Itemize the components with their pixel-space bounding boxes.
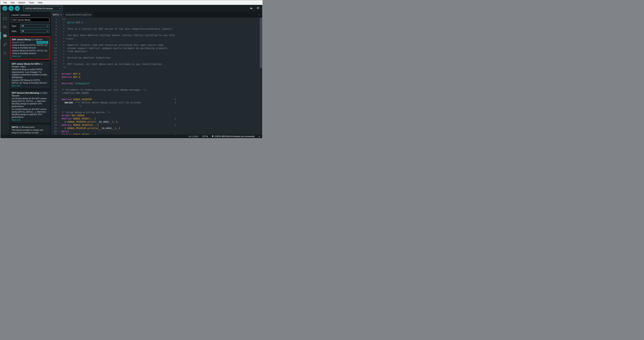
more-info-link[interactable]: More info <box>12 84 48 87</box>
library-description: This library provides a simple and easy-… <box>12 129 48 135</box>
boards-icon <box>3 25 7 29</box>
code-line[interactable]: 16 */ <box>51 66 262 69</box>
code-line[interactable]: 26#define DEBUG_PRINTER\ <box>51 98 262 101</box>
line-number: 3 <box>51 24 59 27</box>
code-editor[interactable]: 1/*!2 * @file DHT.h3 *4 * This is a libr… <box>51 18 262 135</box>
line-number: 8 <box>51 40 59 44</box>
more-info-link[interactable]: More info <box>12 55 48 58</box>
sidebar-item-debug[interactable] <box>0 40 10 49</box>
code-line[interactable]: 9 * Adafruit invests time and resources … <box>51 44 262 47</box>
board-status[interactable]: ESP32-WROOM-DA Module [not connected] <box>212 135 254 138</box>
code-line[interactable]: 29 <box>51 108 262 111</box>
library-card[interactable]: DHT11 by Dhruba SahaThis library provide… <box>10 124 50 135</box>
code-line[interactable]: 11 * from Adafruit! <box>51 50 262 53</box>
menu-item-file[interactable]: File <box>2 1 9 4</box>
code-line[interactable]: 2 * @file DHT.h <box>51 21 262 24</box>
line-number: 19 <box>51 76 59 79</box>
code-line[interactable]: 27 Serial /**< Define where debug output… <box>51 101 262 104</box>
line-number: 35 <box>51 127 59 130</box>
tab-dht-h[interactable]: DHT.h× <box>51 12 64 18</box>
menu-item-edit[interactable]: Edit <box>9 1 16 4</box>
code-line[interactable]: 12 * <box>51 53 262 56</box>
line-number: 18 <box>51 72 59 76</box>
menu-item-tools[interactable]: Tools <box>27 1 36 4</box>
code-line[interactable]: 21#include "Arduino.h" <box>51 82 262 85</box>
code-line[interactable]: 1/*! <box>51 18 262 21</box>
library-card[interactable]: DHT sensor library for ESPx by beegee_to… <box>10 61 50 89</box>
code-line[interactable]: 17 <box>51 69 262 72</box>
code-line[interactable]: 22 <box>51 85 262 88</box>
tab-bar-more-actions[interactable]: ⋯ <box>258 13 261 16</box>
menu-item-help[interactable]: Help <box>36 1 44 4</box>
sidebar-item-library-manager[interactable] <box>0 31 10 40</box>
code-line[interactable]: 3 * <box>51 24 262 27</box>
code-line[interactable]: 13 * Written by Adafruit Industries. <box>51 56 262 59</box>
code-line[interactable]: 8 * <box>51 40 262 44</box>
encoding-indicator[interactable]: UTF-8 <box>202 135 208 138</box>
line-number: 10 <box>51 47 59 50</box>
code-line[interactable]: 23/* Uncomment to enable printing out ni… <box>51 88 262 91</box>
line-number: 23 <box>51 88 59 91</box>
library-description: Arduino ESP library for DHT11, DHT22, et… <box>12 79 48 84</box>
code-line[interactable]: 7 * class. <box>51 37 262 40</box>
editor-scrollbar[interactable] <box>260 18 262 68</box>
verify-button[interactable] <box>2 6 7 11</box>
code-line[interactable]: 31#ifdef DHT_DEBUG <box>51 114 262 117</box>
sidebar-item-boards-manager[interactable] <box>0 23 10 31</box>
code-line[interactable]: 37#define DEBUG_PRINT(...)\ <box>51 133 262 135</box>
code-line[interactable]: 35 { DEBUG_PRINTER.println(__VA_ARGS__);… <box>51 127 262 130</box>
line-number: 11 <box>51 50 59 53</box>
code-line[interactable]: 19#define DHT_H <box>51 76 262 79</box>
code-line[interactable]: 14 * <box>51 59 262 63</box>
library-card[interactable]: DHT sensor library by AdafruitVersion 1.… <box>10 37 50 59</box>
code-line[interactable]: 34#define DEBUG_PRINTLN(...)\ <box>51 123 262 127</box>
notifications-bell-icon[interactable] <box>258 135 260 138</box>
code-line[interactable]: 25 <box>51 95 262 98</box>
code-line[interactable]: 28 │ │ │ │ */ <box>51 104 262 108</box>
search-icon <box>3 51 7 55</box>
debug-button[interactable] <box>15 6 20 11</box>
upload-button[interactable] <box>8 6 14 11</box>
code-line[interactable]: 36#else <box>51 130 262 133</box>
code-line[interactable]: 15 * MIT license, all text above must be… <box>51 63 262 66</box>
code-line[interactable]: 20 <box>51 79 262 82</box>
code-line[interactable]: 18#ifndef DHT_H <box>51 72 262 76</box>
library-description: Arduino library for DHT11, DHT22, etc Te… <box>12 44 48 49</box>
close-icon[interactable]: × <box>60 14 62 16</box>
library-card[interactable]: DHT Sensors Non-Blocking by Toan NguyenA… <box>10 90 50 123</box>
line-continuation: \ <box>175 123 176 127</box>
code-line[interactable]: 24//#define DHT_DEBUG <box>51 91 262 95</box>
line-number: 22 <box>51 85 59 88</box>
line-number: 14 <box>51 59 59 63</box>
library-description: Optimized libray to match ESP32 requirem… <box>12 68 48 79</box>
board-selector-dropdown[interactable]: ESP32-WROOM-DA Module ▾ <box>23 6 62 11</box>
tab-label: hardcoded-dht22-esp32.ino <box>66 14 91 16</box>
line-number: 15 <box>51 63 59 66</box>
line-number: 7 <box>51 37 59 40</box>
sidebar-item-sketchbook[interactable] <box>0 14 10 23</box>
cursor-position[interactable]: Ln 1, Col 1 <box>189 135 198 138</box>
tab-hardcoded-dht22-esp32-ino[interactable]: hardcoded-dht22-esp32.ino <box>64 12 93 18</box>
code-line[interactable]: 30/* Setup debug printing macros. */ <box>51 111 262 114</box>
topic-select[interactable]: All∨ <box>20 29 50 33</box>
library-search-input[interactable] <box>11 18 50 22</box>
folder-icon <box>3 16 7 21</box>
line-number: 31 <box>51 114 59 117</box>
code-line[interactable]: 4 * This is a library for DHT series of … <box>51 27 262 31</box>
line-number: 30 <box>51 111 59 114</box>
line-number: 2 <box>51 21 59 24</box>
serial-plotter-icon[interactable] <box>250 6 253 11</box>
library-version: Version 1.4.6 <box>12 41 37 44</box>
code-line[interactable]: 6 * You must have Adafruit Unified Senso… <box>51 34 262 37</box>
serial-monitor-icon[interactable] <box>256 6 260 11</box>
code-line[interactable]: 32#define DEBUG_PRINT(...)\ <box>51 117 262 120</box>
sidebar-item-search[interactable] <box>0 49 10 58</box>
code-line[interactable]: 10 * please support Adafruit andopen-sou… <box>51 47 262 50</box>
line-number: 27 <box>51 101 59 104</box>
menu-item-sketch[interactable]: Sketch <box>16 1 27 4</box>
type-select[interactable]: All∨ <box>20 24 50 28</box>
code-line[interactable]: 5 * <box>51 31 262 34</box>
more-info-link[interactable]: More info <box>12 119 48 121</box>
code-line[interactable]: 33 { DEBUG_PRINTER.print(__VA_ARGS__); } <box>51 120 262 123</box>
library-description: Arduino library for DHT11, DHT22, etc Te… <box>12 50 48 55</box>
